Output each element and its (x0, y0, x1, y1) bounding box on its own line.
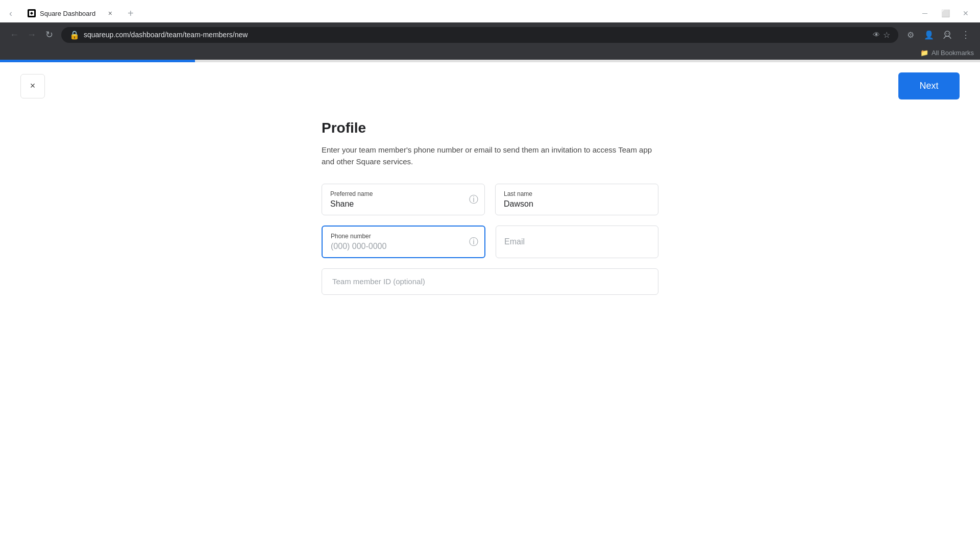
maximize-button[interactable]: ⬜ (937, 5, 953, 21)
email-field[interactable] (496, 226, 658, 258)
phone-info-icon[interactable]: ⓘ (469, 236, 478, 248)
team-id-input[interactable] (332, 277, 648, 286)
tab-back-button[interactable]: ‹ (6, 6, 15, 21)
active-tab[interactable]: Square Dashboard × (19, 4, 121, 22)
address-right-icons: 👁 ☆ (873, 30, 890, 40)
tab-nav-buttons: ‹ (6, 6, 15, 21)
page-title: Profile (322, 120, 658, 136)
close-window-button[interactable]: ✕ (958, 5, 974, 21)
eye-off-icon: 👁 (873, 31, 880, 39)
preferred-name-info-icon[interactable]: ⓘ (469, 193, 478, 206)
last-name-field[interactable]: Last name (495, 184, 658, 215)
forward-button[interactable]: → (23, 27, 40, 43)
tab-bar: Square Dashboard × + (19, 4, 139, 22)
browser-title-bar: ‹ Square Dashboard × + ─ ⬜ ✕ (0, 0, 980, 22)
preferred-name-input[interactable] (330, 199, 464, 209)
tab-favicon (28, 9, 36, 17)
preferred-name-field[interactable]: Preferred name ⓘ (322, 184, 485, 215)
all-bookmarks-link[interactable]: All Bookmarks (932, 49, 974, 57)
page-header: × Next (20, 72, 960, 99)
back-button[interactable]: ← (6, 27, 22, 43)
next-button[interactable]: Next (898, 72, 960, 99)
form-description: Enter your team member's phone number or… (322, 144, 658, 167)
bookmarks-folder-icon: 📁 (920, 49, 928, 57)
incognito-button[interactable] (939, 27, 955, 43)
nav-buttons: ← → ↻ (6, 27, 57, 43)
form-section: Profile Enter your team member's phone n… (322, 120, 658, 295)
bookmarks-bar: 📁 All Bookmarks (0, 47, 980, 60)
last-name-label: Last name (504, 190, 650, 197)
phone-input[interactable] (331, 242, 464, 251)
url-text: squareup.com/dashboard/team/team-members… (84, 31, 869, 39)
browser-toolbar: ← → ↻ 🔒 squareup.com/dashboard/team/team… (0, 22, 980, 47)
toolbar-right: ⚙ 👤 ⋮ (902, 27, 974, 43)
menu-button[interactable]: ⋮ (958, 27, 974, 43)
team-id-field[interactable] (322, 268, 658, 295)
browser-chrome: ‹ Square Dashboard × + ─ ⬜ ✕ ← → (0, 0, 980, 60)
phone-label: Phone number (331, 233, 476, 240)
lock-icon: 🔒 (69, 30, 80, 40)
minimize-button[interactable]: ─ (917, 5, 933, 21)
last-name-input[interactable] (504, 199, 638, 209)
close-button[interactable]: × (20, 74, 45, 98)
svg-point-1 (945, 31, 950, 36)
contact-row: Phone number ⓘ (322, 226, 658, 258)
address-security: 🔒 (69, 30, 80, 40)
extensions-button[interactable]: ⚙ (902, 27, 919, 43)
page-content: × Next Profile Enter your team member's … (0, 62, 980, 315)
tab-title: Square Dashboard (40, 10, 103, 17)
email-input[interactable] (504, 237, 638, 246)
incognito-icon (942, 30, 952, 40)
reload-button[interactable]: ↻ (41, 27, 57, 43)
profile-button[interactable]: 👤 (921, 27, 937, 43)
phone-field[interactable]: Phone number ⓘ (322, 226, 485, 258)
name-row: Preferred name ⓘ Last name (322, 184, 658, 215)
address-bar[interactable]: 🔒 squareup.com/dashboard/team/team-membe… (61, 27, 898, 43)
preferred-name-label: Preferred name (330, 190, 476, 197)
new-tab-button[interactable]: + (122, 5, 139, 22)
tab-close-button[interactable]: × (107, 8, 113, 18)
star-icon[interactable]: ☆ (883, 30, 890, 40)
